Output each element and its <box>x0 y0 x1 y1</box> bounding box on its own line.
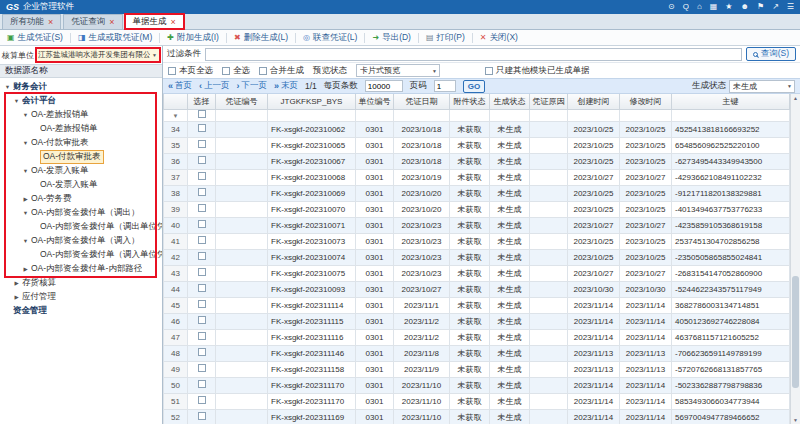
tree-item[interactable]: 资金管理 <box>0 304 162 318</box>
table-row[interactable]: 44FK-xsgkf-20231009303012023/10/27未获取未生成… <box>164 281 790 297</box>
row-select-cell[interactable] <box>188 185 216 201</box>
page-number-input[interactable] <box>434 80 456 92</box>
zoom-icon[interactable]: Q <box>683 3 689 11</box>
delete-generate-button[interactable]: ✖删除生成(L) <box>232 32 290 44</box>
row-checkbox[interactable] <box>198 252 206 260</box>
expander-icon[interactable]: ▼ <box>22 238 29 244</box>
readonly-generated-checkbox[interactable]: 只建其他模块已生成单据 <box>485 65 590 77</box>
row-select-cell[interactable] <box>188 153 216 169</box>
select-page-checkbox[interactable]: 本页全选 <box>168 65 213 77</box>
go-button[interactable]: GO <box>463 80 485 93</box>
column-header[interactable]: 选择 <box>188 94 216 109</box>
table-row[interactable]: 48FK-xsgkf-20231114603012023/11/8未获取未生成2… <box>164 345 790 361</box>
tab-voucher-query[interactable]: 凭证查询× <box>63 14 122 29</box>
table-row[interactable]: 37FK-xsgkf-20231006803012023/10/19未获取未生成… <box>164 169 790 185</box>
expander-icon[interactable]: ▼ <box>22 210 29 216</box>
table-row[interactable]: 52FK-xsgkf-20231116903012023/11/10未获取未生成… <box>164 409 790 424</box>
column-header[interactable]: 凭证日期 <box>394 94 450 109</box>
row-checkbox[interactable] <box>198 332 206 340</box>
favorites-icon[interactable]: ★ <box>725 3 732 11</box>
table-row[interactable]: 46FK-xsgkf-20231111503012023/11/2未获取未生成2… <box>164 313 790 329</box>
prev-page-button[interactable]: ‹上一页 <box>199 80 230 92</box>
flag-icon[interactable]: ⚑ <box>757 3 764 11</box>
row-select-cell[interactable] <box>188 265 216 281</box>
query-button[interactable]: 查询(S) <box>746 47 796 61</box>
table-row[interactable]: 47FK-xsgkf-20231111603012023/11/2未获取未生成2… <box>164 329 790 345</box>
column-header[interactable]: 单位编号 <box>356 94 394 109</box>
row-checkbox[interactable] <box>198 172 206 180</box>
tree-item[interactable]: ▶OA-内部资金拨付单-内部路径 <box>0 262 162 276</box>
row-checkbox[interactable] <box>198 156 206 164</box>
row-select-cell[interactable] <box>188 297 216 313</box>
tree-item[interactable]: OA-内部资金拨付单（调出单位凭证） <box>0 220 162 234</box>
tree-item[interactable]: ▶存货核算 <box>0 276 162 290</box>
expander-icon[interactable]: ▼ <box>4 84 11 90</box>
expander-icon[interactable]: ▶ <box>13 294 20 300</box>
export-button[interactable]: ➜导出(D) <box>370 32 413 44</box>
tab-all-functions[interactable]: 所有功能× <box>2 14 61 29</box>
column-header[interactable]: 修改时间 <box>620 94 672 109</box>
row-checkbox[interactable] <box>198 124 206 132</box>
column-header[interactable]: 附件状态 <box>450 94 490 109</box>
row-select-cell[interactable] <box>188 361 216 377</box>
fullscreen-icon[interactable]: ↗ <box>772 3 779 11</box>
tree-item[interactable]: ▼OA-内部资金拨付单（调出） <box>0 206 162 220</box>
row-checkbox[interactable] <box>198 300 206 308</box>
tree-item[interactable]: OA-内部资金拨付单（调入单位凭证） <box>0 248 162 262</box>
scroll-down-icon[interactable]: ▼ <box>791 417 800 423</box>
table-row[interactable]: 38FK-xsgkf-20231006903012023/10/20未获取未生成… <box>164 185 790 201</box>
expander-icon[interactable]: ▶ <box>13 280 20 286</box>
table-row[interactable]: 51FK-xsgkf-20231117003012023/11/10未获取未生成… <box>164 393 790 409</box>
tree-item[interactable]: ▼OA-付款审批表 <box>0 136 162 150</box>
row-checkbox[interactable] <box>198 412 206 420</box>
row-select-cell[interactable] <box>188 169 216 185</box>
column-header[interactable]: JTGKFKSP_BYS <box>268 94 356 109</box>
filter-input[interactable] <box>205 48 742 61</box>
expander-icon[interactable]: ▼ <box>22 168 29 174</box>
column-header[interactable]: 生成状态 <box>490 94 530 109</box>
scroll-up-icon[interactable]: ▲ <box>791 95 800 101</box>
tab-document-generate[interactable]: 单据生成× <box>125 14 184 29</box>
tab-close-icon[interactable]: × <box>48 18 53 27</box>
row-checkbox[interactable] <box>198 380 206 388</box>
datasource-header[interactable]: 数据源名称 <box>0 64 162 78</box>
tree-item[interactable]: ▼OA-差旅报销单 <box>0 108 162 122</box>
row-select-cell[interactable] <box>188 345 216 361</box>
close-button[interactable]: ✕关闭(X) <box>478 32 520 44</box>
checkbox-icon[interactable] <box>259 67 267 75</box>
generate-fetch-voucher-button[interactable]: ◨生成或取凭证(M) <box>76 32 154 44</box>
row-checkbox[interactable] <box>198 316 206 324</box>
expander-icon[interactable]: ▼ <box>13 98 20 104</box>
row-checkbox[interactable] <box>198 236 206 244</box>
home-icon[interactable]: ⌂ <box>697 3 702 11</box>
search-icon[interactable]: ⊙ <box>668 3 675 11</box>
checkbox-icon[interactable] <box>222 67 230 75</box>
row-checkbox[interactable] <box>198 188 206 196</box>
table-row[interactable]: 45FK-xsgkf-20231111403012023/11/1未获取未生成2… <box>164 297 790 313</box>
link-voucher-button[interactable]: ◎联查凭证(L) <box>301 32 359 44</box>
row-select-cell[interactable] <box>188 393 216 409</box>
expander-icon[interactable]: ▶ <box>22 266 29 272</box>
select-all-checkbox[interactable]: 全选 <box>222 65 250 77</box>
column-header[interactable]: 主键 <box>672 94 790 109</box>
row-select-cell[interactable] <box>188 217 216 233</box>
table-row[interactable]: 40FK-xsgkf-20231007103012023/10/23未获取未生成… <box>164 217 790 233</box>
accounting-unit-select[interactable]: 江苏盐城港响水港开发集团有限公司 ▼ <box>36 48 160 62</box>
filter-funnel-icon[interactable]: ▼ <box>173 113 179 119</box>
row-select-cell[interactable] <box>188 249 216 265</box>
generate-voucher-button[interactable]: ▣生成凭证(S) <box>5 32 65 44</box>
tree-item[interactable]: OA-付款审批表 <box>0 150 162 164</box>
tree-item[interactable]: ▼会计平台 <box>0 94 162 108</box>
expander-icon[interactable]: ▼ <box>22 140 29 146</box>
print-button[interactable]: ▤打印(P) <box>424 32 467 44</box>
user-icon[interactable]: ☻ <box>741 3 749 11</box>
table-row[interactable]: 36FK-xsgkf-20231006703012023/10/18未获取未生成… <box>164 153 790 169</box>
append-generate-button[interactable]: ✚附加生成(I) <box>165 32 221 44</box>
generate-status-select[interactable]: 未生成 ▼ <box>729 80 795 93</box>
menu-icon[interactable]: ☰ <box>787 3 794 11</box>
table-row[interactable]: 39FK-xsgkf-20231007003012023/10/20未获取未生成… <box>164 201 790 217</box>
row-select-cell[interactable] <box>188 121 216 137</box>
first-page-button[interactable]: «首页 <box>168 80 192 92</box>
row-select-cell[interactable] <box>188 281 216 297</box>
table-row[interactable]: 50FK-xsgkf-20231117003012023/11/10未获取未生成… <box>164 377 790 393</box>
